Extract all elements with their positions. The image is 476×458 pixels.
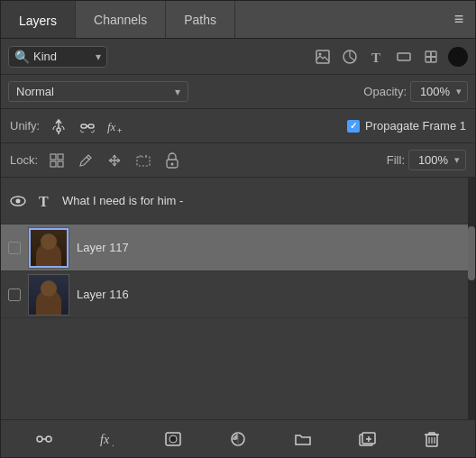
- svg-rect-5: [400, 53, 407, 60]
- fill-input[interactable]: 100% ▾: [408, 150, 466, 170]
- unify-position-icon[interactable]: [47, 114, 70, 138]
- scrollbar-track[interactable]: [468, 178, 475, 419]
- tab-paths[interactable]: Paths: [166, 1, 235, 38]
- tab-layers[interactable]: Layers: [1, 1, 76, 38]
- layer-item[interactable]: T What I need is for him -: [1, 178, 475, 224]
- scrollbar-thumb[interactable]: [468, 226, 475, 280]
- svg-text:T: T: [371, 50, 380, 65]
- image-filter-icon[interactable]: [313, 47, 333, 67]
- svg-point-26: [16, 198, 21, 203]
- svg-point-24: [171, 162, 174, 165]
- svg-text:fx: fx: [107, 120, 116, 133]
- visibility-toggle[interactable]: [8, 191, 28, 211]
- layer-thumbnail: [28, 227, 69, 269]
- blend-mode-row: Normal ▾ Opacity: 100% ▾: [1, 75, 475, 109]
- new-group-button[interactable]: [289, 426, 316, 453]
- lock-label: Lock:: [10, 153, 38, 167]
- svg-rect-22: [137, 157, 150, 166]
- opacity-value: 100%: [416, 85, 453, 98]
- svg-point-1: [319, 52, 322, 55]
- fill-label: Fill:: [387, 153, 405, 167]
- svg-text:.: .: [112, 438, 114, 448]
- svg-rect-12: [81, 124, 87, 128]
- lock-row: Lock:: [1, 143, 475, 178]
- svg-text:+: +: [117, 126, 122, 135]
- layer-name: Layer 116: [77, 288, 129, 301]
- opacity-chevron-icon: ▾: [456, 86, 462, 97]
- layers-list: T What I need is for him - Layer 117: [1, 178, 475, 318]
- layers-panel: Layers Channels Paths ≡ 🔍 Kind ▾: [0, 0, 476, 458]
- kind-dropdown[interactable]: 🔍 Kind ▾: [8, 46, 107, 68]
- unify-row: Unify: fx +: [1, 109, 475, 143]
- unify-fx-icon[interactable]: fx +: [105, 114, 128, 138]
- svg-rect-18: [58, 154, 63, 160]
- text-filter-icon[interactable]: T: [367, 47, 387, 67]
- unify-label: Unify:: [10, 119, 40, 133]
- bottom-toolbar: fx .: [1, 419, 475, 457]
- lock-all-icon[interactable]: [160, 149, 184, 172]
- text-type-icon: T: [35, 191, 55, 211]
- svg-rect-29: [46, 436, 51, 442]
- layer-checkbox[interactable]: [8, 242, 21, 254]
- layer-thumbnail: [28, 274, 69, 316]
- tab-bar: Layers Channels Paths ≡: [1, 1, 475, 39]
- link-layers-button[interactable]: [31, 426, 58, 453]
- filter-toggle-circle[interactable]: [448, 47, 468, 67]
- svg-rect-7: [431, 51, 436, 57]
- new-layer-button[interactable]: [353, 426, 380, 453]
- opacity-input[interactable]: 100% ▾: [410, 81, 468, 102]
- svg-rect-20: [58, 161, 63, 167]
- opacity-section: Opacity: 100% ▾: [363, 81, 468, 102]
- kind-dropdown-label: Kind: [33, 50, 92, 63]
- svg-rect-0: [316, 50, 329, 63]
- svg-text:T: T: [39, 194, 49, 209]
- lock-pixels-icon[interactable]: [45, 149, 69, 172]
- fill-chevron-icon: ▾: [454, 154, 460, 166]
- layers-wrapper: T What I need is for him - Layer 117: [1, 178, 475, 419]
- panel-menu-button[interactable]: ≡: [443, 1, 475, 38]
- kind-filter-row: 🔍 Kind ▾ T: [1, 39, 475, 75]
- svg-rect-13: [88, 124, 94, 128]
- blend-mode-chevron-icon: ▾: [175, 86, 180, 98]
- kind-filter-icons: T: [313, 47, 468, 67]
- svg-point-34: [169, 435, 177, 443]
- fill-section: Fill: 100% ▾: [387, 150, 466, 170]
- svg-rect-9: [431, 57, 436, 62]
- chevron-down-icon: ▾: [96, 50, 101, 63]
- propagate-checkbox[interactable]: [347, 120, 360, 133]
- layer-item[interactable]: Layer 116: [1, 271, 475, 318]
- unify-style-icon[interactable]: [76, 114, 99, 138]
- svg-rect-17: [50, 154, 56, 160]
- svg-line-21: [87, 157, 89, 160]
- tab-channels[interactable]: Channels: [76, 1, 166, 38]
- blend-mode-label: Normal: [16, 85, 175, 98]
- opacity-label: Opacity:: [363, 85, 407, 98]
- svg-rect-28: [37, 436, 42, 442]
- add-mask-button[interactable]: [160, 426, 187, 453]
- lock-position-icon[interactable]: [103, 149, 126, 172]
- blend-mode-dropdown[interactable]: Normal ▾: [8, 81, 188, 102]
- adjustment-filter-icon[interactable]: [340, 47, 360, 67]
- propagate-section: Propagate Frame 1: [347, 119, 466, 133]
- lock-image-icon[interactable]: [74, 149, 97, 172]
- layer-name: Layer 117: [77, 241, 129, 254]
- add-adjustment-button[interactable]: [224, 426, 252, 453]
- svg-text:fx: fx: [100, 433, 110, 446]
- layer-checkbox[interactable]: [8, 289, 21, 301]
- add-fx-button[interactable]: fx .: [96, 426, 123, 453]
- svg-rect-8: [426, 57, 431, 62]
- fill-value: 100%: [415, 153, 452, 167]
- svg-rect-19: [50, 161, 56, 167]
- shape-filter-icon[interactable]: [394, 47, 414, 67]
- delete-layer-button[interactable]: [418, 426, 445, 453]
- lock-artboard-icon[interactable]: [132, 149, 155, 172]
- svg-rect-6: [426, 51, 431, 57]
- smart-filter-icon[interactable]: [421, 47, 441, 67]
- search-icon: 🔍: [14, 50, 30, 64]
- layer-item[interactable]: Layer 117: [1, 224, 475, 271]
- propagate-label: Propagate Frame 1: [365, 119, 466, 133]
- layer-name: What I need is for him -: [62, 194, 183, 207]
- svg-point-10: [57, 128, 60, 132]
- svg-rect-4: [398, 53, 410, 60]
